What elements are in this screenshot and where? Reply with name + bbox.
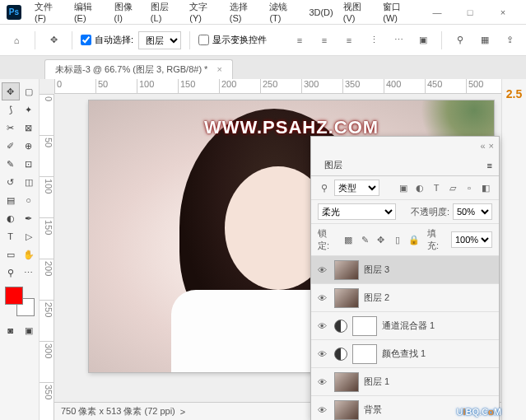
filter-image-icon[interactable]: ▣: [397, 181, 410, 194]
align-icon[interactable]: ≡: [339, 30, 359, 50]
filter-kind-select[interactable]: 类型: [334, 180, 379, 196]
screenmode-tool[interactable]: ▣: [20, 321, 38, 339]
filter-type-icon[interactable]: T: [430, 181, 443, 194]
foreground-color[interactable]: [5, 287, 23, 305]
home-icon[interactable]: ⌂: [7, 30, 26, 50]
workspace-icon[interactable]: ▦: [475, 30, 495, 50]
frame-tool[interactable]: ⊠: [20, 119, 38, 137]
window-maximize[interactable]: □: [454, 0, 486, 25]
layer-row[interactable]: 👁图层 1: [311, 368, 499, 396]
window-minimize[interactable]: —: [421, 0, 454, 25]
menu-file[interactable]: 文件(F): [30, 1, 69, 23]
filter-adjust-icon[interactable]: ◐: [413, 181, 426, 194]
gradient-tool[interactable]: ▤: [2, 191, 20, 209]
search-icon[interactable]: ⚲: [450, 30, 470, 50]
type-tool[interactable]: T: [2, 227, 20, 245]
visibility-icon[interactable]: 👁: [318, 349, 329, 359]
menu-select[interactable]: 选择(S): [225, 1, 265, 23]
visibility-icon[interactable]: 👁: [318, 405, 329, 415]
3d-icon[interactable]: ▣: [413, 30, 433, 50]
layer-thumbnail[interactable]: [352, 344, 377, 364]
tab-close-icon[interactable]: ×: [216, 64, 221, 74]
layer-name[interactable]: 图层 2: [364, 292, 389, 304]
eyedropper-tool[interactable]: ✐: [2, 137, 20, 155]
edit-toolbar[interactable]: ⋯: [20, 264, 38, 282]
quickmask-tool[interactable]: ◙: [2, 321, 20, 339]
move-tool-icon[interactable]: ✥: [44, 30, 63, 50]
distribute-icon[interactable]: ⋮: [364, 30, 384, 50]
menu-view[interactable]: 视图(V): [338, 1, 379, 23]
fill-select[interactable]: 100%: [451, 231, 492, 248]
lock-all-icon[interactable]: 🔒: [407, 233, 421, 246]
menu-layer[interactable]: 图层(L): [146, 1, 184, 23]
pen-tool[interactable]: ✒: [20, 209, 38, 227]
move-tool[interactable]: ✥: [2, 82, 20, 100]
document-tab[interactable]: 未标题-3 @ 66.7% (图层 3, RGB/8#) * ×: [44, 59, 233, 79]
side-tab-value[interactable]: 2.5: [503, 84, 525, 104]
brush-tool[interactable]: ✎: [2, 155, 20, 173]
zoom-tool[interactable]: ⚲: [2, 264, 20, 282]
wand-tool[interactable]: ✦: [20, 100, 38, 119]
history-brush-tool[interactable]: ↺: [2, 173, 20, 191]
menu-image[interactable]: 图像(I): [109, 1, 146, 23]
color-swatch[interactable]: [5, 287, 35, 316]
layer-row[interactable]: 👁颜色查找 1: [311, 340, 499, 368]
autoselect-input[interactable]: [81, 35, 91, 45]
menu-text[interactable]: 文字(Y): [184, 1, 225, 23]
layer-name[interactable]: 背景: [364, 404, 382, 416]
layer-row[interactable]: 👁通道混合器 1: [311, 312, 499, 340]
crop-tool[interactable]: ✂: [2, 119, 20, 137]
filter-shape-icon[interactable]: ▱: [446, 181, 459, 194]
stamp-tool[interactable]: ⊡: [20, 155, 38, 173]
marquee-tool[interactable]: ▢: [20, 82, 38, 100]
menu-window[interactable]: 窗口(W): [378, 1, 421, 23]
shape-tool[interactable]: ▭: [2, 245, 20, 264]
layer-thumbnail[interactable]: [352, 316, 377, 336]
menu-3d[interactable]: 3D(D): [304, 7, 337, 17]
visibility-icon[interactable]: 👁: [318, 293, 329, 303]
showtransform-input[interactable]: [198, 35, 209, 45]
filter-toggle-icon[interactable]: ◧: [479, 181, 492, 194]
layer-name[interactable]: 通道混合器 1: [382, 320, 435, 332]
lock-position-icon[interactable]: ✥: [375, 233, 388, 246]
opacity-select[interactable]: 50%: [453, 203, 492, 220]
autoselect-target[interactable]: 图层: [138, 31, 181, 49]
layer-thumbnail[interactable]: [334, 288, 359, 308]
close-panel-icon[interactable]: ×: [489, 141, 494, 151]
lasso-tool[interactable]: ⟆: [2, 100, 20, 119]
hand-tool[interactable]: ✋: [20, 245, 38, 264]
layer-thumbnail[interactable]: [334, 372, 359, 392]
align-icon[interactable]: ≡: [290, 30, 310, 50]
layer-name[interactable]: 图层 1: [364, 376, 389, 388]
layer-thumbnail[interactable]: [334, 260, 359, 280]
align-icon[interactable]: ≡: [314, 30, 334, 50]
path-tool[interactable]: ▷: [20, 227, 38, 245]
eraser-tool[interactable]: ◫: [20, 173, 38, 191]
blend-mode-select[interactable]: 柔光: [318, 203, 396, 220]
status-arrow-icon[interactable]: >: [180, 407, 185, 417]
layer-row[interactable]: 👁图层 3: [311, 256, 499, 284]
visibility-icon[interactable]: 👁: [318, 377, 329, 387]
heal-tool[interactable]: ⊕: [20, 137, 38, 155]
menu-edit[interactable]: 编辑(E): [69, 1, 109, 23]
visibility-icon[interactable]: 👁: [318, 265, 329, 275]
visibility-icon[interactable]: 👁: [318, 321, 329, 331]
share-icon[interactable]: ⇪: [500, 30, 519, 50]
dodge-tool[interactable]: ◐: [2, 209, 20, 227]
lock-brush-icon[interactable]: ✎: [358, 233, 371, 246]
layer-thumbnail[interactable]: [334, 400, 359, 420]
blur-tool[interactable]: ○: [20, 191, 38, 209]
layer-name[interactable]: 颜色查找 1: [382, 348, 426, 360]
autoselect-checkbox[interactable]: 自动选择:: [81, 34, 133, 46]
layer-name[interactable]: 图层 3: [364, 264, 389, 276]
more-icon[interactable]: ⋯: [389, 30, 408, 50]
search-icon[interactable]: ⚲: [318, 181, 331, 194]
menu-filter[interactable]: 滤镜(T): [264, 1, 304, 23]
layer-row[interactable]: 👁图层 2: [311, 284, 499, 312]
lock-pixels-icon[interactable]: ▩: [342, 233, 355, 246]
showtransform-checkbox[interactable]: 显示变换控件: [198, 34, 267, 46]
collapse-icon[interactable]: «: [480, 141, 485, 151]
lock-artboard-icon[interactable]: ▯: [391, 233, 404, 246]
window-close[interactable]: ×: [486, 0, 519, 25]
panel-menu-icon[interactable]: ≡: [487, 161, 492, 170]
